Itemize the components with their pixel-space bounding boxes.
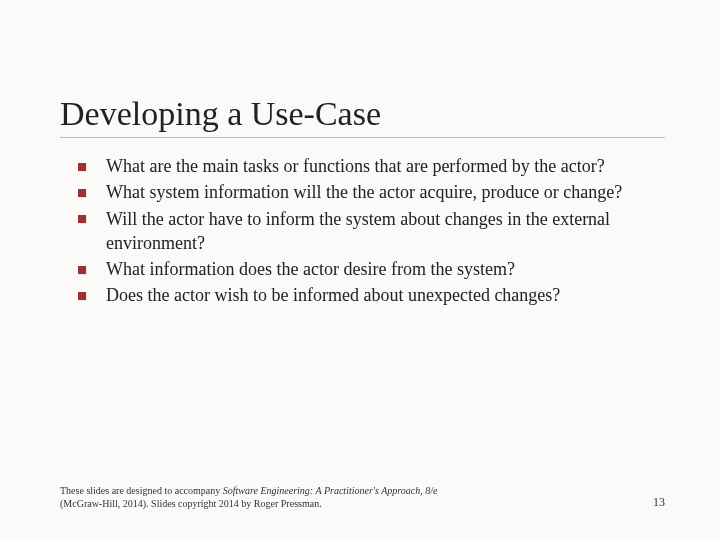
list-item: What information does the actor desire f… — [78, 257, 648, 281]
list-item: What are the main tasks or functions tha… — [78, 154, 648, 178]
bullet-text: Does the actor wish to be informed about… — [106, 285, 560, 305]
page-number: 13 — [653, 495, 665, 510]
footer-text-italic: Software Engineering: A Practitioner's A… — [223, 485, 438, 496]
bullet-text: Will the actor have to inform the system… — [106, 209, 610, 253]
bullet-list: What are the main tasks or functions tha… — [60, 154, 648, 308]
bullet-text: What are the main tasks or functions tha… — [106, 156, 605, 176]
footer: These slides are designed to accompany S… — [60, 485, 665, 510]
slide: Developing a Use-Case What are the main … — [0, 0, 720, 540]
bullet-text: What system information will the the act… — [106, 182, 622, 202]
list-item: Will the actor have to inform the system… — [78, 207, 648, 256]
footer-text-line2: (McGraw-Hill, 2014). Slides copyright 20… — [60, 498, 322, 509]
footer-text-plain: These slides are designed to accompany — [60, 485, 223, 496]
list-item: Does the actor wish to be informed about… — [78, 283, 648, 307]
bullet-text: What information does the actor desire f… — [106, 259, 515, 279]
list-item: What system information will the the act… — [78, 180, 648, 204]
slide-title: Developing a Use-Case — [60, 95, 665, 138]
